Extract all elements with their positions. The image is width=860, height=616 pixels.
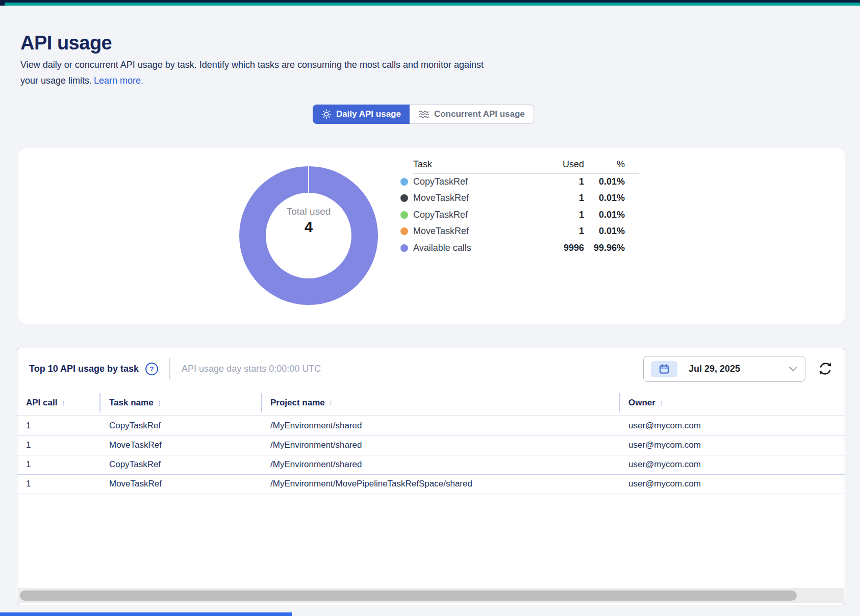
legend-percent: 0.01% — [584, 176, 639, 187]
bottom-blue-strip — [0, 612, 292, 616]
column-divider — [619, 393, 620, 413]
legend-used: 9996 — [536, 243, 584, 253]
description-line-1: View daily or concurrent API usage by ta… — [20, 57, 484, 73]
table-column-header-row: API call↑ Task name↑ Project name↑ Owner… — [17, 389, 845, 416]
cell-api-call: 1 — [26, 459, 31, 470]
legend-percent: 0.01% — [584, 193, 639, 203]
legend-label: Available calls — [413, 243, 536, 253]
table-body: 1 CopyTaskRef /MyEnvironment/shared user… — [17, 416, 845, 494]
legend-used: 1 — [536, 210, 584, 220]
column-divider — [261, 393, 262, 413]
top-teal-accent-bar — [5, 3, 860, 6]
legend-used: 1 — [536, 176, 584, 187]
legend-dot-green — [400, 211, 408, 219]
cell-task-name: CopyTaskRef — [109, 459, 161, 470]
waves-icon — [418, 110, 429, 119]
cell-task-name: CopyTaskRef — [109, 421, 161, 431]
chevron-down-icon — [789, 366, 798, 372]
cell-owner: user@mycom.com — [628, 479, 701, 489]
concurrent-tab-label: Concurrent API usage — [434, 109, 525, 119]
table-row: 1 CopyTaskRef /MyEnvironment/shared user… — [17, 416, 845, 435]
legend-percent: 99.96% — [584, 243, 639, 253]
legend-dot-orange — [400, 227, 408, 235]
description-line-2: your usage limits. — [20, 75, 92, 86]
cell-api-call: 1 — [26, 479, 31, 489]
usage-donut-chart: Total used 4 — [239, 166, 378, 305]
cell-owner: user@mycom.com — [628, 440, 701, 450]
api-usage-page: API usage View daily or concurrent API u… — [0, 0, 860, 616]
cell-api-call: 1 — [26, 440, 31, 450]
table-row: 1 MoveTaskRef /MyEnvironment/shared user… — [17, 435, 845, 455]
table-row: 1 MoveTaskRef /MyEnvironment/MovePipelin… — [17, 475, 845, 494]
horizontal-scrollbar-thumb[interactable] — [20, 591, 797, 601]
legend-dot-purple — [400, 244, 408, 252]
column-label: Project name — [270, 398, 325, 407]
column-label: Owner — [628, 398, 655, 407]
legend-dot-dark — [400, 194, 408, 202]
legend-header-used: Used — [536, 159, 584, 170]
cell-project-name: /MyEnvironment/MovePipelineTaskRefSpace/… — [270, 479, 472, 489]
donut-center-value: 4 — [305, 219, 313, 236]
legend-used: 1 — [536, 226, 584, 237]
calendar-chip — [651, 361, 677, 377]
concurrent-api-usage-tab[interactable]: Concurrent API usage — [410, 105, 534, 124]
sort-asc-icon: ↑ — [61, 398, 65, 407]
column-header-owner[interactable]: Owner↑ — [628, 398, 663, 408]
panel-title: Top 10 API usage by task — [29, 364, 139, 374]
donut-center-label: Total used — [287, 206, 331, 217]
cell-task-name: MoveTaskRef — [109, 479, 162, 489]
daily-usage-chart-card: Total used 4 Task Used % CopyTaskRef 1 0… — [18, 148, 845, 324]
legend-row: Available calls 9996 99.96% — [400, 240, 639, 256]
horizontal-scrollbar-track[interactable] — [18, 588, 844, 603]
help-icon[interactable]: ? — [145, 363, 158, 375]
cell-project-name: /MyEnvironment/shared — [270, 459, 362, 470]
column-header-task-name[interactable]: Task name↑ — [109, 398, 161, 408]
legend-percent: 0.01% — [584, 226, 639, 237]
legend-row: MoveTaskRef 1 0.01% — [400, 190, 639, 207]
legend-row: CopyTaskRef 1 0.01% — [400, 173, 639, 190]
page-title: API usage — [20, 32, 112, 54]
legend-dot-blue — [400, 178, 408, 186]
refresh-icon — [817, 360, 834, 377]
daily-tab-label: Daily API usage — [336, 109, 401, 119]
column-header-api-call[interactable]: API call↑ — [26, 398, 65, 408]
top10-usage-panel: Top 10 API usage by task ? API usage day… — [17, 348, 845, 605]
cell-project-name: /MyEnvironment/shared — [270, 440, 362, 450]
legend-used: 1 — [536, 193, 584, 203]
selected-date: Jul 29, 2025 — [689, 364, 740, 374]
legend-header-percent: % — [584, 159, 639, 170]
legend-percent: 0.01% — [584, 210, 639, 220]
column-header-project-name[interactable]: Project name↑ — [270, 398, 333, 408]
calendar-icon — [659, 364, 670, 375]
refresh-button[interactable] — [816, 359, 834, 378]
cell-owner: user@mycom.com — [628, 421, 701, 431]
legend-label: MoveTaskRef — [413, 226, 536, 237]
legend-label: CopyTaskRef — [413, 210, 536, 220]
cell-owner: user@mycom.com — [628, 459, 701, 470]
column-label: API call — [26, 398, 57, 407]
chart-legend: Task Used % CopyTaskRef 1 0.01% MoveTask… — [400, 156, 639, 256]
cell-api-call: 1 — [26, 421, 31, 431]
legend-label: MoveTaskRef — [413, 193, 536, 203]
header-divider — [169, 358, 170, 379]
donut-center: Total used 4 — [266, 193, 351, 278]
sort-asc-icon: ↑ — [158, 398, 162, 407]
legend-header-row: Task Used % — [413, 156, 639, 173]
sort-asc-icon: ↑ — [660, 398, 664, 407]
page-description: View daily or concurrent API usage by ta… — [20, 57, 484, 89]
column-label: Task name — [109, 398, 154, 407]
cell-project-name: /MyEnvironment/shared — [270, 421, 362, 431]
sun-icon — [321, 109, 332, 119]
table-row: 1 CopyTaskRef /MyEnvironment/shared user… — [17, 455, 845, 475]
sort-asc-icon: ↑ — [329, 398, 333, 407]
legend-label: CopyTaskRef — [413, 176, 536, 187]
legend-header-task: Task — [413, 159, 536, 170]
learn-more-link[interactable]: Learn more. — [94, 75, 143, 86]
cell-task-name: MoveTaskRef — [109, 440, 162, 450]
legend-row: MoveTaskRef 1 0.01% — [400, 223, 639, 240]
daily-api-usage-tab[interactable]: Daily API usage — [313, 105, 410, 124]
top-left-corner — [0, 0, 5, 6]
column-divider — [99, 393, 100, 413]
legend-row: CopyTaskRef 1 0.01% — [400, 207, 639, 223]
date-picker[interactable]: Jul 29, 2025 — [643, 356, 805, 382]
